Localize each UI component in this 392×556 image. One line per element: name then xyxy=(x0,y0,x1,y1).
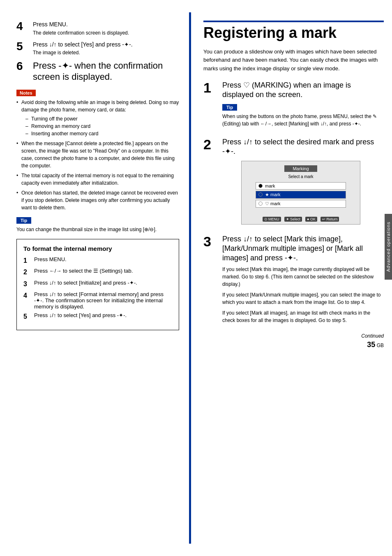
format-step-3-text: Press ↓/↑ to select [Initialize] and pre… xyxy=(34,280,137,286)
format-step-5-num: 5 xyxy=(23,312,32,321)
marking-footer-select: ✦ Select xyxy=(284,217,302,222)
right-step-3-title: Press ↓/↑ to select [Mark this image], [… xyxy=(222,234,384,263)
step-4: 4 Press MENU. The delete confirmation sc… xyxy=(16,21,179,36)
tip-label: Tip xyxy=(16,217,31,224)
right-step-2-content: Press ↓/↑ to select the desired mark and… xyxy=(222,137,384,229)
marking-footer-ok: ● OK xyxy=(305,217,317,222)
note-item-4: Once deletion has started, the deleted i… xyxy=(16,189,179,211)
format-step-5: 5 Press ↓/↑ to select [Yes] and press -✦… xyxy=(23,312,172,321)
format-step-5-text: Press ↓/↑ to select [Yes] and press -✦-. xyxy=(34,312,127,318)
note-subitem-2: Removing an memory card xyxy=(25,123,179,130)
step-4-sub: The delete confirmation screen is displa… xyxy=(33,30,179,36)
marking-row-1: mark xyxy=(256,182,346,190)
marking-radio-1 xyxy=(258,184,263,188)
right-step-1-content: Press ♡ (MARKING) when an image is displ… xyxy=(222,81,384,132)
format-step-4-num: 4 xyxy=(23,291,32,300)
note-subitem-1: Turning off the power xyxy=(25,115,179,123)
step-5-title: Press ↓/↑ to select [Yes] and press -✦-. xyxy=(33,41,179,49)
sidebar-label: Advanced operations xyxy=(386,222,391,272)
step-6: 6 Press -✦- when the confirmation screen… xyxy=(16,60,179,84)
format-step-2-text: Press ←/→ to select the ☰ (Settings) tab… xyxy=(34,268,133,274)
right-step-3-num: 3 xyxy=(203,234,218,248)
page-number-suffix: GB xyxy=(375,343,384,348)
format-box-title: To format the internal memory xyxy=(23,245,172,252)
format-step-3: 3 Press ↓/↑ to select [Initialize] and p… xyxy=(23,280,172,289)
step-6-content: Press -✦- when the confirmation screen i… xyxy=(33,60,179,84)
marking-ui-subtitle: Select a mark xyxy=(288,174,313,179)
right-step-1-title: Press ♡ (MARKING) when an image is displ… xyxy=(222,81,384,100)
note-item-1-text: Avoid doing the following while an image… xyxy=(21,100,179,113)
step-5-number: 5 xyxy=(16,41,30,52)
marking-row-1-label: mark xyxy=(265,183,275,188)
note-item-3: The total capacity of the internal memor… xyxy=(16,172,179,187)
marking-row-2-label: ★ mark xyxy=(265,192,281,197)
format-step-3-num: 3 xyxy=(23,280,32,289)
right-tip-content-1: When using the buttons on the photo fram… xyxy=(222,113,384,127)
right-step-3: 3 Press ↓/↑ to select [Mark this image],… xyxy=(203,234,384,327)
sidebar-tab: Advanced operations xyxy=(385,214,392,280)
marking-row-3: ♡ mark xyxy=(256,200,346,208)
format-memory-box: To format the internal memory 1 Press ME… xyxy=(16,239,179,330)
marking-row-3-label: ♡ mark xyxy=(265,201,281,206)
page-number-value: 35 xyxy=(367,341,375,349)
tip-box: Tip You can change the thumbnail size in… xyxy=(16,217,179,233)
right-step-1-num: 1 xyxy=(203,81,218,95)
note-item-1: Avoid doing the following while an image… xyxy=(16,99,179,137)
right-step-1: 1 Press ♡ (MARKING) when an image is dis… xyxy=(203,81,384,132)
format-step-4-text: Press ↓/↑ to select [Format internal mem… xyxy=(34,291,172,310)
marking-ui-title: Marking xyxy=(284,165,317,172)
note-item-2: When the message [Cannot delete a protec… xyxy=(16,140,179,169)
right-step-2: 2 Press ↓/↑ to select the desired mark a… xyxy=(203,137,384,229)
step-6-title: Press -✦- when the confirmation screen i… xyxy=(33,60,179,82)
right-step-3-detail-1: If you select [Mark this image], the ima… xyxy=(222,266,384,288)
step-5-sub: The image is deleted. xyxy=(33,50,179,56)
right-step-3-detail-2: If you select [Mark/Unmark multiple imag… xyxy=(222,291,384,306)
format-step-4: 4 Press ↓/↑ to select [Format internal m… xyxy=(23,291,172,310)
right-step-2-title: Press ↓/↑ to select the desired mark and… xyxy=(222,137,384,157)
step-4-title: Press MENU. xyxy=(33,21,179,29)
format-step-1: 1 Press MENU. xyxy=(23,256,172,265)
marking-radio-2 xyxy=(258,192,263,197)
notes-label: Notes xyxy=(16,90,36,96)
marking-footer-return: ↩ Return xyxy=(321,217,339,222)
format-step-1-num: 1 xyxy=(23,256,32,265)
right-step-3-detail-3: If you select [Mark all images], an imag… xyxy=(222,309,384,324)
note-item-3-text: The total capacity of the internal memor… xyxy=(21,173,174,186)
format-step-2: 2 Press ←/→ to select the ☰ (Settings) t… xyxy=(23,268,172,277)
marking-screenshot: Marking Select a mark mark ★ mark ♡ xyxy=(241,161,360,225)
right-tip-label-1: Tip xyxy=(222,104,237,111)
right-step-3-content: Press ↓/↑ to select [Mark this image], [… xyxy=(222,234,384,327)
note-subitem-3: Inserting another memory card xyxy=(25,130,179,137)
step-5-content: Press ↓/↑ to select [Yes] and press -✦-.… xyxy=(33,41,179,56)
continued-label: Continued xyxy=(203,333,384,339)
step-4-number: 4 xyxy=(16,21,30,32)
step-6-number: 6 xyxy=(16,60,30,72)
left-column: 4 Press MENU. The delete confirmation sc… xyxy=(0,12,189,544)
tip-content: You can change the thumbnail size in the… xyxy=(16,226,179,233)
note-item-2-text: When the message [Cannot delete a protec… xyxy=(21,141,175,169)
format-step-1-text: Press MENU. xyxy=(34,256,67,262)
note-item-4-text: Once deletion has started, the deleted i… xyxy=(21,190,178,211)
step-5: 5 Press ↓/↑ to select [Yes] and press -✦… xyxy=(16,41,179,56)
marking-footer: ⊙ MENU ✦ Select ● OK ↩ Return xyxy=(242,217,360,222)
format-step-2-num: 2 xyxy=(23,268,32,277)
marking-footer-menu: ⊙ MENU xyxy=(263,217,281,222)
marking-radio-3 xyxy=(258,202,263,206)
right-tip-box-1: Tip When using the buttons on the photo … xyxy=(222,104,384,127)
right-step-2-num: 2 xyxy=(203,137,218,151)
notes-box: Notes Avoid doing the following while an… xyxy=(16,90,179,211)
notes-list: Avoid doing the following while an image… xyxy=(16,99,179,211)
section-title: Registering a mark xyxy=(203,21,384,41)
note-sublist-1: Turning off the power Removing an memory… xyxy=(25,115,179,137)
marking-row-2: ★ mark xyxy=(256,191,346,199)
right-column: Registering a mark You can produce a sli… xyxy=(189,12,392,544)
page-number: 35 GB xyxy=(203,341,384,349)
section-intro: You can produce a slideshow only with im… xyxy=(203,48,384,73)
step-4-content: Press MENU. The delete confirmation scre… xyxy=(33,21,179,36)
